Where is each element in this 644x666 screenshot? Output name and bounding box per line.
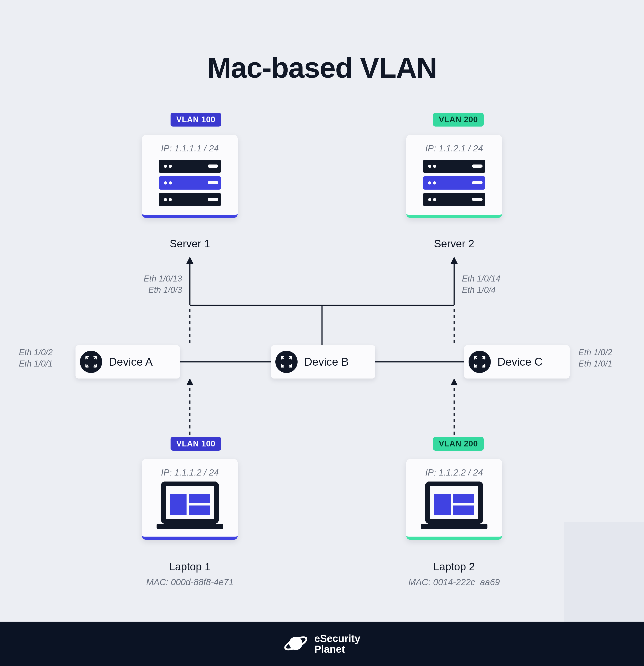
device-c: Device C	[464, 345, 570, 379]
svg-point-3	[164, 165, 167, 168]
server-icon	[149, 157, 231, 208]
laptop-2-mac: MAC: 0014-222c_aa69	[399, 577, 510, 587]
footer-bar: eSecurity Planet	[0, 621, 644, 666]
svg-point-9	[164, 198, 167, 201]
server-icon	[413, 157, 495, 208]
port-right: Eth 1/0/2Eth 1/0/1	[578, 347, 612, 370]
brand-text: eSecurity Planet	[314, 633, 360, 655]
svg-rect-17	[472, 164, 483, 168]
connector-layer	[0, 0, 644, 666]
server-1-card: IP: 1.1.1.1 / 24	[142, 135, 238, 218]
port-up-right: Eth 1/0/14Eth 1/0/4	[462, 273, 500, 296]
svg-rect-25	[170, 494, 187, 515]
switch-icon	[275, 351, 298, 373]
laptop-icon	[413, 481, 495, 530]
port-left: Eth 1/0/2Eth 1/0/1	[19, 347, 53, 370]
laptop-1-ip: IP: 1.1.1.2 / 24	[149, 468, 231, 477]
svg-rect-31	[453, 494, 474, 503]
switch-icon	[80, 351, 102, 373]
server-1-ip: IP: 1.1.1.1 / 24	[149, 143, 231, 153]
svg-rect-20	[472, 181, 483, 184]
svg-point-18	[428, 181, 431, 185]
svg-point-7	[169, 181, 172, 185]
svg-rect-30	[434, 494, 451, 515]
svg-rect-11	[208, 198, 218, 201]
device-c-label: Device C	[498, 355, 542, 368]
svg-rect-32	[453, 506, 474, 515]
port-up-left: Eth 1/0/13Eth 1/0/3	[124, 273, 182, 296]
diagram-title: Mac-based VLAN	[0, 51, 644, 84]
svg-rect-5	[208, 164, 218, 168]
laptop-2-label: Laptop 2	[406, 561, 502, 573]
svg-point-16	[433, 165, 436, 168]
svg-point-19	[433, 181, 436, 185]
svg-point-15	[428, 165, 431, 168]
svg-rect-23	[472, 198, 483, 201]
vlan-tag-200-bottom: VLAN 200	[433, 437, 484, 451]
vlan-tag-100-bottom: VLAN 100	[171, 437, 221, 451]
laptop-1-mac: MAC: 000d-88f8-4e71	[134, 577, 245, 587]
planet-icon	[283, 631, 308, 656]
device-b: Device B	[271, 345, 375, 379]
svg-rect-8	[208, 181, 218, 184]
svg-point-10	[169, 198, 172, 201]
vlan-tag-100-top: VLAN 100	[171, 113, 221, 126]
device-a: Device A	[75, 345, 180, 379]
server-2-card: IP: 1.1.2.1 / 24	[406, 135, 502, 218]
svg-rect-26	[189, 494, 210, 503]
svg-point-4	[169, 165, 172, 168]
server-2-ip: IP: 1.1.2.1 / 24	[413, 143, 495, 153]
svg-rect-33	[421, 524, 487, 529]
background-accent	[564, 522, 644, 621]
device-a-label: Device A	[109, 355, 153, 368]
vlan-tag-200-top: VLAN 200	[433, 113, 484, 126]
svg-rect-28	[157, 524, 223, 529]
svg-point-6	[164, 181, 167, 185]
laptop-2-ip: IP: 1.1.2.2 / 24	[413, 468, 495, 477]
svg-rect-27	[189, 506, 210, 515]
device-b-label: Device B	[304, 355, 349, 368]
server-2-label: Server 2	[406, 238, 502, 250]
laptop-1-card: IP: 1.1.1.2 / 24	[142, 459, 238, 540]
laptop-icon	[149, 481, 231, 530]
laptop-1-label: Laptop 1	[142, 561, 238, 573]
switch-icon	[469, 351, 491, 373]
server-1-label: Server 1	[142, 238, 238, 250]
svg-point-22	[433, 198, 436, 201]
svg-point-21	[428, 198, 431, 201]
laptop-2-card: IP: 1.1.2.2 / 24	[406, 459, 502, 540]
